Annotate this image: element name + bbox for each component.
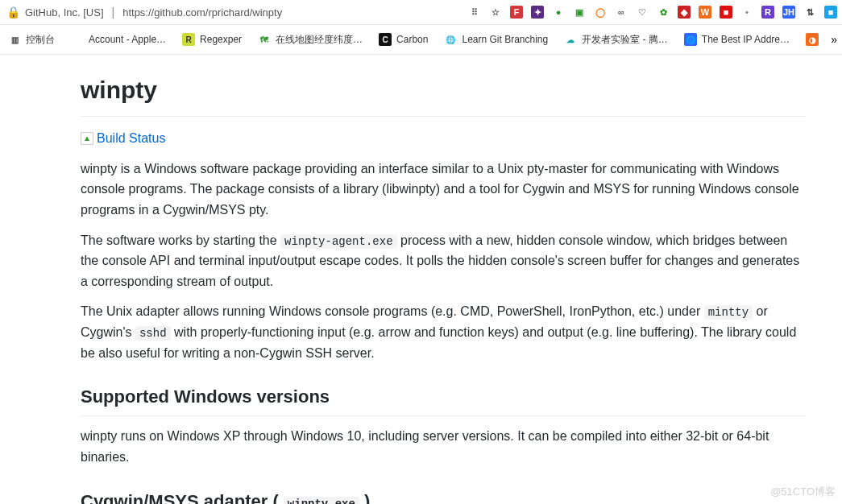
- ext-orange-circle-icon[interactable]: ◯: [594, 6, 607, 19]
- bk-regexper[interactable]: RRegexper: [177, 30, 247, 49]
- bk-console-favicon-icon: ▥: [8, 33, 21, 46]
- page-content: winpty ▲ Build Status winpty is a Window…: [0, 55, 842, 504]
- url-text[interactable]: https://github.com/rprichard/winpty: [122, 6, 282, 19]
- address-separator: |: [112, 6, 115, 19]
- agent-paragraph: The software works by starting the winpt…: [81, 230, 806, 292]
- bk-tencent[interactable]: ☁开发者实验室 - 腾…: [559, 30, 673, 50]
- heading-cygwin-adapter: Cygwin/MSYS adapter ( winpty.exe ): [81, 487, 806, 504]
- build-status-link[interactable]: ▲ Build Status: [81, 128, 165, 149]
- bk-carbon-favicon-icon: C: [379, 33, 392, 46]
- text-run: Cygwin/MSYS adapter (: [81, 491, 284, 504]
- intro-paragraph: winpty is a Windows software package pro…: [81, 159, 806, 221]
- bk-carbon[interactable]: CCarbon: [374, 30, 433, 49]
- address-bar[interactable]: 🔒 GitHub, Inc. [US] | https://github.com…: [0, 0, 842, 25]
- code-winpty-exe: winpty.exe: [284, 497, 359, 504]
- bk-bestip[interactable]: 🌐The Best IP Addre…: [679, 30, 794, 49]
- site-identity: GitHub, Inc. [US]: [25, 6, 104, 19]
- bk-sou[interactable]: ◑Sou: [801, 30, 824, 49]
- readme-title: winpty: [81, 71, 806, 117]
- supported-paragraph: winpty runs on Windows XP through Window…: [81, 426, 806, 467]
- bk-apple[interactable]: Account - Apple…: [66, 30, 171, 49]
- adapter-paragraph: The Unix adapter allows running Windows …: [81, 301, 806, 363]
- watermark: @51CTO博客: [770, 485, 836, 499]
- bk-bestip-favicon-icon: 🌐: [684, 33, 697, 46]
- ext-green-circle-icon[interactable]: ●: [552, 6, 565, 19]
- bk-learngit[interactable]: 🌐Learn Git Branching: [439, 30, 553, 49]
- ext-cyan-icon[interactable]: ■: [824, 6, 837, 19]
- omnibox-right-icons: ⠿ ☆ F✦●▣◯∞♡✿◆W■•RJH⇅■: [468, 6, 837, 19]
- ext-blue-jh-icon[interactable]: JH: [782, 6, 795, 19]
- ext-infinity-icon[interactable]: ∞: [615, 6, 628, 19]
- readme: winpty ▲ Build Status winpty is a Window…: [81, 71, 806, 504]
- lock-icon: 🔒: [6, 6, 20, 19]
- ext-swap-icon[interactable]: ⇅: [803, 6, 816, 19]
- star-icon[interactable]: ☆: [489, 6, 502, 19]
- bk-map-label: 在线地图经度纬度…: [276, 33, 363, 47]
- bk-apple-label: Account - Apple…: [89, 34, 166, 45]
- bk-regexper-favicon-icon: R: [182, 33, 195, 46]
- ext-red-icon[interactable]: ◆: [678, 6, 691, 19]
- text-run: The software works by starting the: [81, 233, 280, 247]
- bk-carbon-label: Carbon: [396, 34, 428, 45]
- code-winpty-agent: winpty-agent.exe: [280, 234, 396, 249]
- bk-apple-favicon-icon: [71, 33, 84, 46]
- bk-sou-label: Sou: [823, 34, 824, 45]
- bk-bestip-label: The Best IP Addre…: [702, 34, 790, 45]
- ext-purple-r-icon[interactable]: R: [761, 6, 774, 19]
- bk-map-favicon-icon: 🗺: [258, 33, 271, 46]
- translate-icon[interactable]: ⠿: [468, 6, 481, 19]
- heading-supported-windows: Supported Windows versions: [81, 382, 806, 416]
- code-sshd: sshd: [135, 326, 171, 341]
- bk-tencent-favicon-icon: ☁: [564, 33, 577, 46]
- ext-square-icon[interactable]: ▣: [573, 6, 586, 19]
- text-run: ): [359, 491, 370, 504]
- text-run: with properly-functioning input (e.g. ar…: [81, 325, 796, 360]
- bk-tencent-label: 开发者实验室 - 腾…: [582, 33, 668, 47]
- bookmarks-bar[interactable]: ▥控制台Account - Apple…RRegexper🗺在线地图经度纬度…C…: [0, 25, 842, 55]
- bk-regexper-label: Regexper: [200, 34, 242, 45]
- bk-console-label: 控制台: [26, 33, 55, 47]
- bookmarks-overflow-icon[interactable]: »: [831, 33, 842, 46]
- build-status-label: Build Status: [97, 128, 165, 149]
- bk-sou-favicon-icon: ◑: [806, 33, 819, 46]
- bk-console[interactable]: ▥控制台: [3, 30, 60, 50]
- ext-purple-icon[interactable]: ✦: [531, 6, 544, 19]
- bk-learngit-label: Learn Git Branching: [462, 34, 548, 45]
- ext-fc-icon[interactable]: F: [510, 6, 523, 19]
- ext-red2-icon[interactable]: ■: [720, 6, 732, 19]
- broken-image-icon: ▲: [81, 132, 93, 145]
- code-mintty: mintty: [704, 305, 753, 320]
- ext-green2-icon[interactable]: ✿: [657, 6, 670, 19]
- bk-map[interactable]: 🗺在线地图经度纬度…: [253, 30, 367, 50]
- text-run: The Unix adapter allows running Windows …: [81, 304, 704, 318]
- ext-orange-icon[interactable]: W: [699, 6, 711, 19]
- bk-learngit-favicon-icon: 🌐: [444, 33, 457, 46]
- ext-dot-icon[interactable]: •: [740, 6, 753, 19]
- ext-shield-icon[interactable]: ♡: [636, 6, 649, 19]
- build-badge[interactable]: ▲ Build Status: [81, 126, 806, 149]
